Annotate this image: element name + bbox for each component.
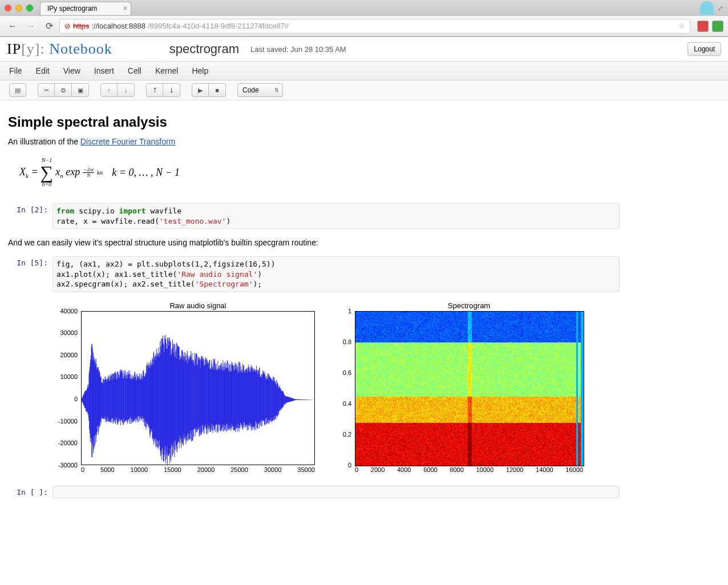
menu-cell[interactable]: Cell	[128, 66, 141, 75]
code-input-empty[interactable]	[52, 486, 620, 498]
menu-insert[interactable]: Insert	[94, 66, 114, 75]
ipython-logo: IP[y]: Notebook	[7, 41, 112, 58]
plot-title: Raw audio signal	[81, 301, 315, 310]
menu-help[interactable]: Help	[192, 66, 208, 75]
up-button[interactable]: ↑	[100, 83, 118, 97]
run-below-button[interactable]: ⤓	[163, 83, 180, 97]
save-button[interactable]: ▤	[9, 83, 26, 97]
code-input[interactable]: from scipy.io import wavfile rate, x = w…	[52, 203, 620, 229]
code-cell-2[interactable]: In [2]: from scipy.io import wavfile rat…	[8, 203, 620, 229]
browser-tab-title: IPy spectrogram	[47, 5, 97, 13]
code-cell-5[interactable]: In [5]: fig, (ax1, ax2) = plt.subplots(1…	[8, 256, 620, 292]
extension-icon-2[interactable]	[712, 21, 723, 32]
input-prompt: In [2]:	[8, 203, 48, 229]
forward-button[interactable]: →	[23, 19, 39, 34]
url-path: /8995fc4a-410d-4118-9df8-211274fdce87#	[148, 22, 289, 30]
reload-button[interactable]: ⟳	[41, 19, 57, 34]
bookmark-star-icon[interactable]: ☆	[678, 22, 685, 30]
copy-button[interactable]: ⧉	[55, 83, 72, 97]
markdown-cell-heading: Simple spectral analysis An illustration…	[8, 114, 620, 194]
plot-spectrogram: Spectrogram 00.20.40.60.81 0200040006000…	[355, 301, 583, 474]
down-button[interactable]: ↓	[118, 83, 135, 97]
profile-icon[interactable]	[700, 1, 714, 15]
maximize-window-icon[interactable]	[26, 5, 33, 11]
run-button[interactable]: ▶	[192, 83, 209, 97]
input-prompt: In [ ]:	[8, 486, 48, 498]
logout-button[interactable]: Logout	[687, 42, 721, 56]
ssl-warning-icon: ⊘	[64, 22, 71, 30]
notebook-content: Simple spectral analysis An illustration…	[0, 100, 628, 521]
markdown-cell-mid: And we can easily view it's spectral str…	[8, 238, 620, 247]
paste-button[interactable]: ▣	[72, 83, 89, 97]
url-host: ://localhost:8888	[91, 22, 145, 30]
dft-link[interactable]: Discrete Fourier Transform	[80, 137, 175, 146]
menu-bar: FileEditViewInsertCellKernelHelp	[0, 62, 728, 80]
toolbar: ▤✂⧉▣↑↓⤒⤓▶■Code	[0, 80, 728, 100]
code-input[interactable]: fig, (ax1, ax2) = plt.subplots(1,2,figsi…	[52, 256, 620, 292]
cell-type-select[interactable]: Code	[237, 83, 283, 97]
back-button[interactable]: ←	[5, 19, 21, 34]
url-bar[interactable]: ⊘ https ://localhost:8888 /8995fc4a-410d…	[59, 19, 690, 34]
plot-title: Spectrogram	[355, 301, 583, 310]
browser-avatar-area: ⤢	[700, 1, 723, 15]
extension-icon-1[interactable]	[697, 21, 709, 32]
plot-waveform: Raw audio signal -30000-20000-1000001000…	[81, 301, 315, 474]
tab-bar: IPy spectrogram × ⤢	[0, 0, 728, 16]
url-scheme: https	[73, 22, 89, 30]
browser-tab[interactable]: IPy spectrogram ×	[40, 2, 131, 15]
menu-view[interactable]: View	[63, 66, 80, 75]
cut-button[interactable]: ✂	[38, 83, 55, 97]
extension-icons	[697, 21, 723, 32]
intro-paragraph: An illustration of the Discrete Fourier …	[8, 137, 620, 146]
traffic-lights	[5, 5, 33, 11]
close-tab-icon[interactable]: ×	[123, 5, 127, 13]
menu-file[interactable]: File	[9, 66, 22, 75]
notebook-title[interactable]: spectrogram	[169, 42, 239, 57]
last-saved-label: Last saved: Jun 28 10:35 AM	[250, 45, 346, 54]
minimize-window-icon[interactable]	[15, 5, 22, 11]
waveform-svg	[81, 311, 315, 465]
close-window-icon[interactable]	[5, 5, 11, 11]
math-formula: Xk = N−1 ∑ n=0 xn exp −2πiN kn k = 0, … …	[8, 151, 620, 194]
page-title: Simple spectral analysis	[8, 114, 620, 130]
code-cell-empty[interactable]: In [ ]:	[8, 486, 620, 498]
menu-kernel[interactable]: Kernel	[155, 66, 178, 75]
stop-button[interactable]: ■	[209, 83, 226, 97]
browser-chrome: IPy spectrogram × ⤢ ← → ⟳ ⊘ https ://loc…	[0, 0, 728, 37]
notebook-header: IP[y]: Notebook spectrogram Last saved: …	[0, 37, 728, 62]
output-area: Raw audio signal -30000-20000-1000001000…	[52, 301, 620, 474]
menu-edit[interactable]: Edit	[36, 66, 50, 75]
run-above-button[interactable]: ⤒	[146, 83, 163, 97]
nav-bar: ← → ⟳ ⊘ https ://localhost:8888 /8995fc4…	[0, 16, 728, 37]
spectrogram-canvas	[355, 311, 584, 466]
expand-icon[interactable]: ⤢	[717, 4, 723, 13]
input-prompt: In [5]:	[8, 256, 48, 292]
